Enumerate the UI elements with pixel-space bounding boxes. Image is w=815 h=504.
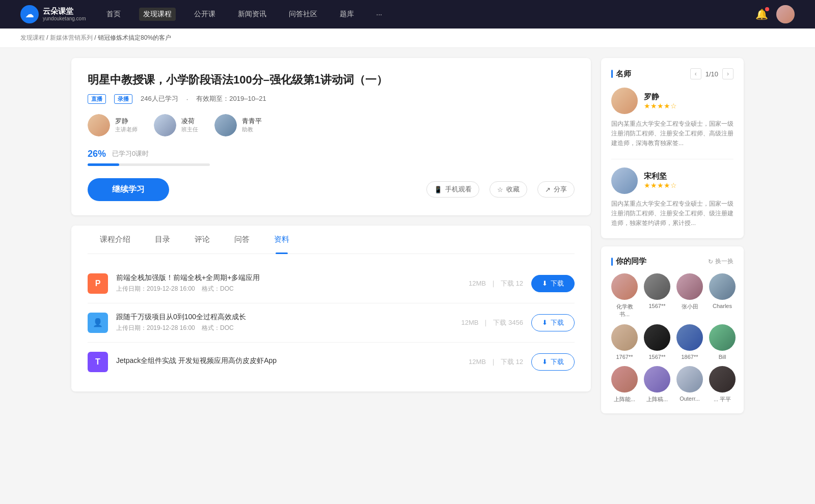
classmate-name-10: 上阵稿... xyxy=(646,396,668,403)
resource-meta-2: 上传日期：2019-12-28 16:00 格式：DOC xyxy=(116,324,453,332)
sidebar-teacher-2-avatar xyxy=(611,167,638,194)
user-avatar[interactable] xyxy=(776,5,795,23)
next-page-button[interactable]: › xyxy=(722,68,734,79)
teachers-card: 名师 ‹ 1/10 › 罗静 ★★★★☆ 国内某重点大学安全工程专业硕士，国家一… xyxy=(601,58,744,238)
classmates-card: 你的同学 ↻ 换一换 化学教书... 1567** 张小田 xyxy=(601,246,744,413)
classmate-12[interactable]: ... 平平 xyxy=(709,366,736,403)
classmate-name-2: 1567** xyxy=(648,303,665,309)
sidebar-teacher-1-avatar xyxy=(611,88,638,114)
course-card: 明星中教授课，小学阶段语法100分–强化级第1讲动词（一） 直播 录播 246人… xyxy=(71,58,591,215)
teachers-card-title: 名师 xyxy=(611,69,631,79)
main-container: 明星中教授课，小学阶段语法100分–强化级第1讲动词（一） 直播 录播 246人… xyxy=(51,48,764,424)
badge-live: 直播 xyxy=(88,94,106,104)
teachers-card-header: 名师 ‹ 1/10 › xyxy=(611,68,734,79)
resource-meta-1: 上传日期：2019-12-28 16:00 格式：DOC xyxy=(116,285,460,293)
nav-item-home[interactable]: 首页 xyxy=(102,8,125,21)
progress-desc: 已学习0课时 xyxy=(112,149,149,158)
teachers: 罗静 主讲老师 凌荷 班主任 xyxy=(88,114,575,136)
classmate-2[interactable]: 1567** xyxy=(644,273,670,318)
teacher-3: 青青平 助教 xyxy=(214,114,262,136)
sidebar-teacher-1-name: 罗静 xyxy=(644,92,677,102)
continue-button[interactable]: 继续学习 xyxy=(88,178,169,201)
resource-name-1: 前端全栈加强版！前端全栈+全周期+多端应用 xyxy=(116,273,460,283)
resource-stats-1: 12MB ｜ 下载 12 xyxy=(469,279,523,288)
download-button-1[interactable]: ⬇ 下载 xyxy=(531,275,575,292)
tab-resources[interactable]: 资料 xyxy=(262,226,302,254)
progress-bar-bg xyxy=(88,163,210,166)
teacher-info-1: 罗静 主讲老师 xyxy=(115,117,138,133)
mobile-watch-link[interactable]: 📱 手机观看 xyxy=(426,181,479,198)
classmate-8[interactable]: Bill xyxy=(709,324,736,360)
mobile-icon: 📱 xyxy=(434,186,442,193)
classmate-4[interactable]: Charles xyxy=(709,273,736,318)
valid-until: 有效期至：2019–10–21 xyxy=(196,94,266,103)
navbar: ☁ 云朵课堂 yundouketang.com 首页 发现课程 公开课 新闻资讯… xyxy=(0,0,815,29)
classmate-1[interactable]: 化学教书... xyxy=(611,273,638,318)
breadcrumb-link-series[interactable]: 新媒体营销系列 xyxy=(50,34,93,41)
collect-link[interactable]: ☆ 收藏 xyxy=(490,181,527,198)
classmate-avatar-3 xyxy=(676,273,703,300)
classmate-3[interactable]: 张小田 xyxy=(676,273,703,318)
sidebar-teacher-2-top: 宋利坚 ★★★★☆ xyxy=(611,167,734,194)
tab-review[interactable]: 评论 xyxy=(182,226,222,254)
classmate-avatar-9 xyxy=(611,366,638,393)
breadcrumb-link-discover[interactable]: 发现课程 xyxy=(20,34,45,41)
nav-item-open[interactable]: 公开课 xyxy=(190,8,220,21)
resource-info-1: 前端全栈加强版！前端全栈+全周期+多端应用 上传日期：2019-12-28 16… xyxy=(116,273,460,293)
nav-item-news[interactable]: 新闻资讯 xyxy=(234,8,270,21)
refresh-icon: ↻ xyxy=(708,258,713,265)
course-meta: 直播 录播 246人已学习 · 有效期至：2019–10–21 xyxy=(88,94,575,104)
nav-right: 🔔 xyxy=(755,5,795,23)
tab-qa[interactable]: 问答 xyxy=(222,226,262,254)
sidebar-teacher-2-stars: ★★★★☆ xyxy=(644,181,677,189)
teacher-2: 凌荷 班主任 xyxy=(154,114,198,136)
tab-intro[interactable]: 课程介绍 xyxy=(88,226,143,254)
download-button-3[interactable]: ⬇ 下载 xyxy=(531,353,575,371)
logo[interactable]: ☁ 云朵课堂 yundouketang.com xyxy=(20,5,86,23)
teacher-1: 罗静 主讲老师 xyxy=(88,114,138,136)
nav-item-qa[interactable]: 问答社区 xyxy=(285,8,321,21)
logo-icon: ☁ xyxy=(20,5,39,23)
classmate-avatar-6 xyxy=(644,324,670,351)
teacher-avatar-1 xyxy=(88,114,110,136)
classmate-10[interactable]: 上阵稿... xyxy=(644,366,670,403)
progress-label: 26% 已学习0课时 xyxy=(88,149,575,159)
sidebar-teacher-1-info: 罗静 ★★★★☆ xyxy=(644,92,677,110)
sidebar-teacher-2: 宋利坚 ★★★★☆ 国内某重点大学安全工程专业硕士，国家一级注册消防工程师、注册… xyxy=(611,167,734,229)
classmate-9[interactable]: 上阵能... xyxy=(611,366,638,403)
classmate-5[interactable]: 1767** xyxy=(611,324,638,360)
share-icon: ↗ xyxy=(545,186,551,193)
resource-info-3: Jetpack全组件实战 开发短视频应用高仿皮皮虾App xyxy=(116,356,460,368)
resource-icon-3: T xyxy=(88,352,108,372)
resource-info-2: 跟随千万级项目从0到100全过程高效成长 上传日期：2019-12-28 16:… xyxy=(116,313,453,332)
bell-icon[interactable]: 🔔 xyxy=(755,8,768,20)
classmate-11[interactable]: Outerr... xyxy=(676,366,703,403)
nav-item-more[interactable]: ··· xyxy=(372,8,387,20)
classmate-6[interactable]: 1567** xyxy=(644,324,670,360)
download-button-2[interactable]: ⬇ 下载 xyxy=(531,314,575,331)
classmate-avatar-1 xyxy=(611,273,638,300)
classmates-grid: 化学教书... 1567** 张小田 Charles 1767** xyxy=(611,273,734,403)
content-right: 名师 ‹ 1/10 › 罗静 ★★★★☆ 国内某重点大学安全工程专业硕士，国家一… xyxy=(601,58,744,413)
progress-section: 26% 已学习0课时 xyxy=(88,149,575,166)
progress-bar-fill xyxy=(88,163,119,166)
classmate-name-9: 上阵能... xyxy=(614,396,635,403)
classmate-avatar-12 xyxy=(709,366,736,393)
classmate-name-3: 张小田 xyxy=(682,303,698,311)
classmate-avatar-5 xyxy=(611,324,638,351)
page-indicator: 1/10 xyxy=(705,70,718,78)
share-link[interactable]: ↗ 分享 xyxy=(537,181,575,198)
classmate-name-11: Outerr... xyxy=(680,396,700,402)
teacher-info-3: 青青平 助教 xyxy=(242,117,262,133)
resource-item-2: 👤 跟随千万级项目从0到100全过程高效成长 上传日期：2019-12-28 1… xyxy=(88,303,575,343)
resource-item-3: T Jetpack全组件实战 开发短视频应用高仿皮皮虾App 12MB ｜ 下载… xyxy=(88,343,575,381)
tabs-header: 课程介绍 目录 评论 问答 资料 xyxy=(88,226,575,254)
tab-catalog[interactable]: 目录 xyxy=(143,226,182,254)
logo-text: 云朵课堂 yundouketang.com xyxy=(43,7,86,22)
nav-item-quiz[interactable]: 题库 xyxy=(336,8,358,21)
resource-icon-1: P xyxy=(88,273,108,294)
prev-page-button[interactable]: ‹ xyxy=(690,68,701,79)
classmate-7[interactable]: 1867** xyxy=(676,324,703,360)
refresh-button[interactable]: ↻ 换一换 xyxy=(708,257,734,266)
nav-item-discover[interactable]: 发现课程 xyxy=(139,8,176,21)
